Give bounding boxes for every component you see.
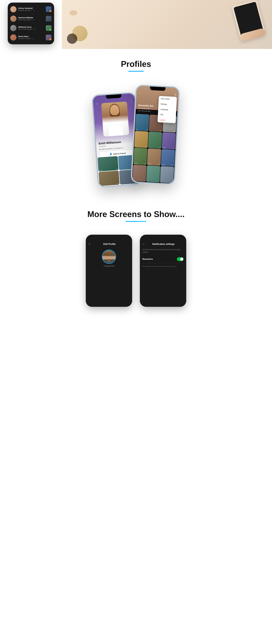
- ep-camera-icon[interactable]: 📷: [102, 260, 116, 263]
- photo-likes-1: ♡ 15: [115, 168, 118, 170]
- emili-more-button[interactable]: ⋮: [130, 100, 132, 103]
- ns-title: Notification settings: [147, 243, 184, 246]
- dropdown-logout[interactable]: Logout: [158, 117, 176, 123]
- profiles-section-title: Profiles: [0, 49, 272, 76]
- notif-thumb-3: ＋: [46, 25, 52, 31]
- sam-photo-1[interactable]: Apr ♡ 15: [135, 114, 150, 131]
- more-screens-section-title: More Screens to Show....: [0, 199, 272, 227]
- sam-photo-12[interactable]: [160, 166, 174, 183]
- samantha-settings-button[interactable]: ⚙: [174, 94, 176, 96]
- emili-profile-photo: [101, 102, 129, 137]
- sam-photo-8[interactable]: 14 Apr ♡ 08: [147, 148, 161, 166]
- add-friend-icon: 👤: [110, 153, 112, 155]
- hand-photo-bg: [62, 0, 272, 49]
- section-profiles: ← ⋮ ⇪ Emili Williamson @lmemili Die with…: [0, 76, 272, 199]
- sam-photo-5[interactable]: ♡ 26: [148, 132, 162, 149]
- ep-header: ← Edit Profile: [86, 235, 132, 248]
- add-friend-label: Add to Friend: [113, 152, 126, 155]
- ep-change-photo-label: Change Photo: [104, 265, 114, 267]
- notif-thumb-2: [46, 16, 52, 22]
- dropdown-language[interactable]: Language: [158, 106, 176, 113]
- phone-notch-left: [106, 94, 122, 99]
- notif-item-3[interactable]: Winthrop Curry Sent Friend request • 5h …: [8, 24, 54, 33]
- phone-samantha-power: [178, 110, 179, 120]
- section-notifications: Kelsey Sandoval Reacted on photo • 5h 😍 …: [0, 0, 272, 49]
- ns-description: On BeSocial you can choose when you want…: [142, 248, 184, 253]
- dropdown-settings[interactable]: Settings: [158, 101, 176, 108]
- ns-reactions-label: Reactions: [142, 258, 153, 260]
- ep-back-button[interactable]: ←: [88, 242, 91, 246]
- phone-notif-settings: ← Notification settings On BeSocial you …: [140, 235, 186, 307]
- edit-profile-screen: ← Edit Profile 📷 Change Photo: [86, 235, 132, 307]
- notif-text-2: Harrison Webster Shared new photo • 5h: [18, 16, 44, 21]
- profiles-heading: Profiles: [0, 59, 272, 69]
- emili-profile-info: Emili Williamson @lmemili Die with memor…: [96, 139, 138, 150]
- emili-grid-photo-1[interactable]: 20 Apr ♡ 15: [98, 156, 118, 172]
- notif-text-1: Kelsey Sandoval Reacted on photo • 5h: [18, 7, 44, 11]
- notif-item-2[interactable]: Harrison Webster Shared new photo • 5h: [8, 14, 54, 24]
- notif-avatar-1: [10, 6, 16, 12]
- emili-grid-photo-3[interactable]: ♡ 36: [98, 171, 120, 186]
- notification-phone: Kelsey Sandoval Reacted on photo • 5h 😍 …: [8, 2, 54, 44]
- notif-action-4: Reacted on photo • 5h: [18, 38, 44, 40]
- sam-photo-6[interactable]: 16 Apr ♡ 19: [162, 132, 176, 150]
- profiles-underline: [128, 71, 144, 72]
- ns-reactions-desc: Get notified when someone reacted on you…: [142, 265, 184, 268]
- notif-badge-3: ＋: [49, 28, 52, 31]
- phone-edit-profile: ← Edit Profile 📷 Change Photo: [86, 235, 132, 307]
- dropdown-edit-profile[interactable]: Edit Profile: [159, 96, 177, 102]
- ns-header: ← Notification settings: [142, 235, 184, 248]
- notif-settings-screen: ← Notification settings On BeSocial you …: [140, 235, 186, 307]
- notif-text-3: Winthrop Curry Sent Friend request • 5h: [18, 26, 44, 30]
- ep-avatar-section: 📷 Change Photo: [86, 248, 132, 270]
- emili-back-button[interactable]: ←: [96, 102, 99, 106]
- notif-badge-4: 😍: [49, 38, 52, 40]
- notif-text-4: Raven Macy Reacted on photo • 5h: [18, 36, 44, 40]
- notif-avatar-3: [10, 25, 16, 31]
- photo-likes-3: ♡ 36: [116, 183, 119, 184]
- more-screens-underline: [126, 221, 146, 222]
- section-bottom-phones: ← Edit Profile 📷 Change Photo ← Notifica…: [0, 227, 272, 317]
- notif-name-1: Kelsey Sandoval: [18, 7, 44, 9]
- notif-action-1: Reacted on photo • 5h: [18, 10, 44, 11]
- ns-back-button[interactable]: ←: [142, 242, 145, 246]
- emili-body: [108, 125, 124, 136]
- notif-name-3: Winthrop Curry: [18, 26, 44, 28]
- samantha-screen: ← ⚙ Edit Profile Settings Language T&C L…: [132, 86, 179, 184]
- ns-reactions-row: Reactions: [142, 257, 184, 261]
- ns-reactions-toggle[interactable]: [177, 257, 184, 261]
- ep-avatar: 📷: [102, 250, 116, 264]
- ep-title: Edit Profile: [93, 243, 130, 246]
- notif-badge-1: 😍: [49, 10, 52, 12]
- sam-photo-4[interactable]: ♡ 36: [134, 131, 148, 148]
- more-screens-heading: More Screens to Show....: [0, 210, 272, 219]
- dropdown-tnc[interactable]: T&C: [158, 112, 176, 118]
- notif-avatar-4: [10, 34, 16, 40]
- notif-name-4: Raven Macy: [18, 36, 44, 38]
- notif-action-3: Sent Friend request • 5h: [18, 28, 44, 30]
- sam-photo-11[interactable]: [146, 165, 160, 182]
- notif-avatar-2: [10, 16, 16, 22]
- toggle-knob: [180, 258, 183, 261]
- notif-thumb-4: 😍: [46, 35, 52, 40]
- emili-photo-figure: [101, 102, 129, 137]
- hand-photo-area: [62, 0, 272, 49]
- samantha-bio: Live a life worth film...: [138, 110, 151, 112]
- notif-name-2: Harrison Webster: [18, 16, 44, 19]
- notif-item-1[interactable]: Kelsey Sandoval Reacted on photo • 5h 😍: [8, 5, 54, 14]
- sam-photo-7[interactable]: 16 Apr ♡ 22: [133, 148, 148, 165]
- notif-item-4[interactable]: Raven Macy Reacted on photo • 5h 😍: [8, 33, 54, 42]
- profile-dropdown: Edit Profile Settings Language T&C Logou…: [158, 96, 177, 123]
- phone-vol-down: [93, 121, 94, 129]
- sam-photo-10[interactable]: [132, 164, 147, 182]
- samantha-back-button[interactable]: ←: [138, 92, 141, 95]
- samantha-photo-grid: Apr ♡ 15 ♡ 06 ♡ 65 ♡ 36 ♡ 26 16 Apr ♡ 19: [132, 114, 177, 184]
- photo-date-1: 20 Apr: [99, 169, 103, 171]
- phone-vol-up: [93, 114, 94, 119]
- phone-samantha: ← ⚙ Edit Profile Settings Language T&C L…: [131, 85, 180, 185]
- sam-photo-9[interactable]: 13 Apr ♡ 22: [161, 149, 175, 166]
- notif-action-2: Shared new photo • 5h: [18, 19, 44, 21]
- notif-thumb-1: 😍: [46, 6, 52, 12]
